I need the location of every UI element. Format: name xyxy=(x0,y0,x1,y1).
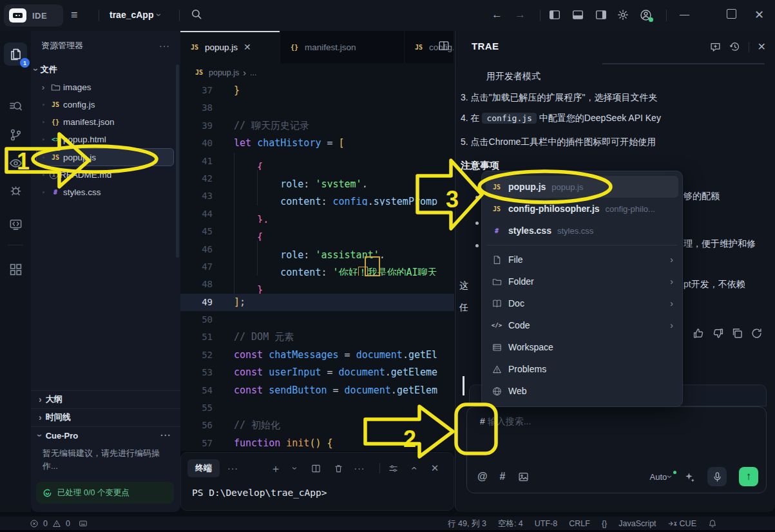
explorer-activity-icon[interactable]: 1 xyxy=(4,43,27,66)
file-item-config.js[interactable]: JSconfig.js xyxy=(31,96,180,113)
close-panel-icon[interactable]: ✕ xyxy=(429,462,441,474)
code-line-55[interactable]: 55 xyxy=(180,399,454,417)
console-activity-icon[interactable] xyxy=(4,213,27,236)
file-item-styles.css[interactable]: #styles.css xyxy=(31,184,180,201)
regenerate-icon[interactable] xyxy=(751,327,763,339)
history-icon[interactable] xyxy=(729,41,740,52)
code-line-47[interactable]: 47content: '你好！我是你的AI聊天 xyxy=(180,258,454,276)
file-item-images[interactable]: ›images xyxy=(31,79,180,96)
files-section-header[interactable]: › 文件 xyxy=(35,62,177,77)
code-line-38[interactable]: 38 xyxy=(180,99,454,117)
timeline-section[interactable]: › 时间线 xyxy=(31,408,180,426)
split-editor-icon[interactable] xyxy=(438,40,450,52)
send-button[interactable]: ↑ xyxy=(739,467,758,486)
debug-bug-icon[interactable] xyxy=(4,178,27,202)
terminal-dropdown-icon[interactable]: › xyxy=(289,462,301,474)
search-icon[interactable] xyxy=(191,8,202,20)
enhance-sparkle-icon[interactable] xyxy=(684,471,695,482)
file-item-README.md[interactable]: iREADME.md xyxy=(31,166,180,184)
settings-gear-icon[interactable] xyxy=(617,9,629,21)
problems-status[interactable]: 0 0 xyxy=(30,519,88,528)
file-item-popup.html[interactable]: <>popup.html xyxy=(31,131,180,148)
toggle-bottom-panel-icon[interactable] xyxy=(572,9,584,21)
code-editor[interactable]: 37}3839// 聊天历史记录40let chatHistory = [41{… xyxy=(180,82,454,451)
nav-back-button[interactable]: ← xyxy=(492,8,502,21)
breadcrumb[interactable]: JS popup.js › ... xyxy=(180,63,454,82)
nav-forward-button[interactable]: → xyxy=(515,8,526,21)
extensions-icon[interactable] xyxy=(4,258,27,281)
terminal-filter-icon[interactable] xyxy=(387,462,399,474)
menu-item-Web[interactable]: Web xyxy=(486,380,678,402)
code-line-53[interactable]: 53const userInput = document.getEleme xyxy=(180,364,454,381)
search-activity-icon[interactable] xyxy=(4,95,27,118)
code-line-48[interactable]: 48} xyxy=(180,276,454,293)
menu-item-Problems[interactable]: Problems xyxy=(486,358,678,380)
status-item[interactable]: 行 49, 列 3 xyxy=(448,518,486,529)
editor-tab-popup.js[interactable]: JSpopup.js✕ xyxy=(180,31,280,63)
menu-item-Workspace[interactable]: Workspace xyxy=(486,336,678,358)
app-logo[interactable]: IDE xyxy=(4,5,63,26)
status-item[interactable]: CRLF xyxy=(569,518,590,529)
status-item[interactable]: JavaScript xyxy=(618,518,656,529)
project-switcher[interactable]: trae_cApp › xyxy=(110,10,161,20)
code-line-49[interactable]: 49]; xyxy=(180,294,454,311)
status-item[interactable]: {} xyxy=(602,518,607,529)
attach-image-icon[interactable] xyxy=(518,471,529,482)
code-line-57[interactable]: 57function init() { xyxy=(180,435,454,452)
code-line-52[interactable]: 52const chatMessages = document.getEl xyxy=(180,347,454,364)
model-mode-selector[interactable]: Auto › xyxy=(650,472,672,482)
chat-input-box[interactable]: # 输入搜索... @ # Auto › ↑ xyxy=(466,406,767,493)
cuepro-processed-badge[interactable]: 已处理 0/0 个变更点 xyxy=(36,482,174,504)
chat-input-text[interactable]: # 输入搜索... xyxy=(480,416,531,428)
more-actions-icon[interactable]: ··· xyxy=(159,41,170,51)
mention-icon[interactable]: @ xyxy=(477,471,488,482)
microphone-button[interactable] xyxy=(707,467,727,486)
menu-item-styles.css[interactable]: #styles.cssstyles.css xyxy=(486,220,678,242)
menu-item-config-philosopher.js[interactable]: JSconfig-philosopher.jsconfig-philo... xyxy=(486,198,678,220)
file-item-popup.js[interactable]: JSpopup.js xyxy=(36,148,174,166)
menu-item-popup.js[interactable]: JSpopup.jspopup.js xyxy=(486,176,678,198)
menu-item-Code[interactable]: </>Code› xyxy=(486,314,678,336)
menu-item-File[interactable]: File› xyxy=(486,249,678,271)
file-item-manifest.json[interactable]: {}manifest.json xyxy=(31,113,180,131)
toggle-left-panel-icon[interactable] xyxy=(549,9,560,21)
thumbs-down-icon[interactable] xyxy=(712,327,724,339)
code-line-51[interactable]: 51// DOM 元素 xyxy=(180,328,454,346)
editor-tab-manifest.json[interactable]: {}manifest.json xyxy=(280,31,405,63)
cuepro-section[interactable]: › Cue-Pro ··· xyxy=(31,426,180,444)
code-line-39[interactable]: 39// 聊天历史记录 xyxy=(180,117,454,135)
window-maximize-button[interactable] xyxy=(727,9,736,19)
code-line-50[interactable]: 50 xyxy=(180,311,454,328)
menu-item-Folder[interactable]: Folder› xyxy=(486,271,678,292)
preview-eye-icon[interactable] xyxy=(4,151,27,175)
code-line-41[interactable]: 41{ xyxy=(180,153,454,170)
hash-icon[interactable]: # xyxy=(500,471,506,482)
terminal-more-icon[interactable]: ··· xyxy=(227,463,238,473)
thumbs-up-icon[interactable] xyxy=(693,327,705,339)
terminal-actions-icon[interactable]: ··· xyxy=(354,462,365,474)
close-tab-icon[interactable]: ✕ xyxy=(244,42,251,52)
kill-terminal-icon[interactable] xyxy=(332,462,344,474)
status-item[interactable]: UTF-8 xyxy=(535,518,557,529)
window-minimize-button[interactable]: — xyxy=(680,8,689,19)
outline-section[interactable]: › 大纲 xyxy=(31,390,180,408)
hamburger-menu-icon[interactable]: ≡ xyxy=(71,8,78,22)
code-line-54[interactable]: 54const sendButton = document.getElem xyxy=(180,382,454,399)
code-line-46[interactable]: 46role: 'assistant', xyxy=(180,241,454,258)
cuepro-more-icon[interactable]: ··· xyxy=(160,430,171,441)
window-close-button[interactable]: ✕ xyxy=(754,8,764,22)
menu-item-Doc[interactable]: Doc› xyxy=(486,292,678,314)
toggle-right-panel-icon[interactable] xyxy=(595,9,607,21)
new-chat-icon[interactable] xyxy=(710,41,721,52)
maximize-panel-icon[interactable]: › xyxy=(408,462,419,474)
copy-icon[interactable] xyxy=(731,327,743,339)
account-avatar[interactable] xyxy=(640,9,652,21)
code-line-40[interactable]: 40let chatHistory = [ xyxy=(180,135,454,152)
code-line-37[interactable]: 37} xyxy=(180,82,454,99)
close-panel-icon[interactable]: ✕ xyxy=(758,41,766,53)
code-line-42[interactable]: 42role: 'system', xyxy=(180,170,454,187)
cue-status[interactable]: CUE xyxy=(668,519,696,528)
code-line-56[interactable]: 56// 初始化 xyxy=(180,417,454,434)
terminal-prompt[interactable]: PS D:\Develop\trae_cApp> xyxy=(192,488,327,498)
explorer-scrollbar[interactable] xyxy=(176,64,179,258)
